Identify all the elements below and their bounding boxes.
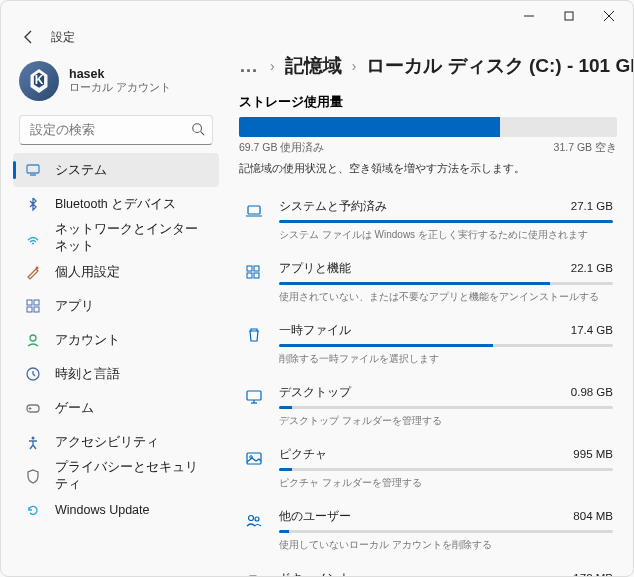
nav-item-network[interactable]: ネットワークとインターネット bbox=[13, 221, 219, 255]
category-bar bbox=[279, 530, 613, 533]
main-content: … › 記憶域 › ローカル ディスク (C:) - 101 GB ストレージ使… bbox=[225, 47, 633, 576]
monitor-icon bbox=[243, 386, 265, 408]
svg-rect-1 bbox=[565, 12, 573, 20]
category-row[interactable]: システムと予約済み27.1 GBシステム ファイルは Windows を正しく実… bbox=[239, 190, 617, 252]
nav-item-system[interactable]: システム bbox=[13, 153, 219, 187]
category-sub: 使用されていない、または不要なアプリと機能をアンインストールする bbox=[279, 290, 613, 304]
used-label: 69.7 GB 使用済み bbox=[239, 141, 324, 155]
category-row[interactable]: デスクトップ0.98 GBデスクトップ フォルダーを管理する bbox=[239, 376, 617, 438]
nav-item-apps[interactable]: アプリ bbox=[13, 289, 219, 323]
svg-point-33 bbox=[255, 517, 259, 521]
image-icon bbox=[243, 448, 265, 470]
user-block[interactable]: K hasek ローカル アカウント bbox=[13, 55, 219, 113]
svg-point-32 bbox=[249, 516, 254, 521]
category-size: 17.4 GB bbox=[571, 324, 613, 336]
avatar: K bbox=[19, 61, 59, 101]
nav-item-bluetooth[interactable]: Bluetooth とデバイス bbox=[13, 187, 219, 221]
search-icon bbox=[191, 122, 205, 140]
svg-rect-24 bbox=[254, 266, 259, 271]
minimize-button[interactable] bbox=[509, 1, 549, 31]
apps-icon bbox=[25, 298, 41, 314]
nav-list: システムBluetooth とデバイスネットワークとインターネット個人用設定アプ… bbox=[13, 153, 219, 527]
category-bar bbox=[279, 220, 613, 223]
category-row[interactable]: 他のユーザー804 MB使用していないローカル アカウントを削除する bbox=[239, 500, 617, 562]
search-input[interactable] bbox=[19, 115, 213, 145]
category-bar bbox=[279, 282, 613, 285]
category-title: システムと予約済み bbox=[279, 198, 387, 215]
personalization-icon bbox=[25, 264, 41, 280]
nav-item-update[interactable]: Windows Update bbox=[13, 493, 219, 527]
category-row[interactable]: ピクチャ995 MBピクチャ フォルダーを管理する bbox=[239, 438, 617, 500]
breadcrumb-storage[interactable]: 記憶域 bbox=[285, 53, 342, 79]
category-size: 804 MB bbox=[573, 510, 613, 522]
nav-item-label: Windows Update bbox=[55, 503, 150, 517]
category-size: 0.98 GB bbox=[571, 386, 613, 398]
category-sub: 使用していないローカル アカウントを削除する bbox=[279, 538, 613, 552]
breadcrumb-overflow[interactable]: … bbox=[239, 55, 260, 77]
category-sub: デスクトップ フォルダーを管理する bbox=[279, 414, 613, 428]
accessibility-icon bbox=[25, 434, 41, 450]
svg-point-10 bbox=[36, 267, 39, 270]
nav-item-label: アプリ bbox=[55, 298, 94, 315]
category-title: 他のユーザー bbox=[279, 508, 351, 525]
sidebar: K hasek ローカル アカウント システムBluetooth とデバイスネッ… bbox=[1, 47, 225, 576]
doc-icon bbox=[243, 572, 265, 576]
nav-item-label: ゲーム bbox=[55, 400, 94, 417]
svg-point-9 bbox=[32, 243, 34, 245]
category-row[interactable]: アプリと機能22.1 GB使用されていない、または不要なアプリと機能をアンインス… bbox=[239, 252, 617, 314]
category-size: 995 MB bbox=[573, 448, 613, 460]
nav-item-label: アカウント bbox=[55, 332, 120, 349]
category-row[interactable]: ドキュメント172 MBドキュメント フォルダーを管理する bbox=[239, 562, 617, 576]
category-title: ピクチャ bbox=[279, 446, 327, 463]
nav-item-accessibility[interactable]: アクセシビリティ bbox=[13, 425, 219, 459]
system-icon bbox=[25, 162, 41, 178]
nav-item-label: プライバシーとセキュリティ bbox=[55, 459, 209, 493]
svg-rect-7 bbox=[27, 165, 39, 173]
bluetooth-icon bbox=[25, 196, 41, 212]
breadcrumb-disk: ローカル ディスク (C:) - 101 GB bbox=[366, 53, 633, 79]
svg-point-20 bbox=[32, 437, 35, 440]
svg-rect-12 bbox=[34, 300, 39, 305]
category-title: デスクトップ bbox=[279, 384, 351, 401]
category-sub: 削除する一時ファイルを選択します bbox=[279, 352, 613, 366]
close-button[interactable] bbox=[589, 1, 629, 31]
svg-line-6 bbox=[201, 132, 205, 136]
svg-rect-11 bbox=[27, 300, 32, 305]
nav-item-privacy[interactable]: プライバシーとセキュリティ bbox=[13, 459, 219, 493]
nav-item-gaming[interactable]: ゲーム bbox=[13, 391, 219, 425]
category-title: 一時ファイル bbox=[279, 322, 351, 339]
grid-icon bbox=[243, 262, 265, 284]
nav-item-label: アクセシビリティ bbox=[55, 434, 159, 451]
free-label: 31.7 GB 空き bbox=[554, 141, 617, 155]
maximize-button[interactable] bbox=[549, 1, 589, 31]
svg-rect-25 bbox=[247, 273, 252, 278]
category-sub: ピクチャ フォルダーを管理する bbox=[279, 476, 613, 490]
storage-bar bbox=[239, 117, 617, 137]
laptop-icon bbox=[243, 200, 265, 222]
nav-item-label: システム bbox=[55, 162, 107, 179]
category-row[interactable]: 一時ファイル17.4 GB削除する一時ファイルを選択します bbox=[239, 314, 617, 376]
category-title: ドキュメント bbox=[279, 570, 351, 576]
svg-point-15 bbox=[30, 335, 36, 341]
category-size: 22.1 GB bbox=[571, 262, 613, 274]
category-title: アプリと機能 bbox=[279, 260, 351, 277]
svg-rect-26 bbox=[254, 273, 259, 278]
category-size: 27.1 GB bbox=[571, 200, 613, 212]
storage-description: 記憶域の使用状況と、空き領域を増やす方法を示します。 bbox=[239, 161, 617, 176]
nav-item-label: ネットワークとインターネット bbox=[55, 221, 209, 255]
nav-item-personalization[interactable]: 個人用設定 bbox=[13, 255, 219, 289]
app-title: 設定 bbox=[51, 29, 75, 46]
breadcrumb: … › 記憶域 › ローカル ディスク (C:) - 101 GB bbox=[239, 53, 617, 79]
category-bar bbox=[279, 344, 613, 347]
nav-item-time[interactable]: 時刻と言語 bbox=[13, 357, 219, 391]
category-bar bbox=[279, 468, 613, 471]
time-icon bbox=[25, 366, 41, 382]
chevron-right-icon: › bbox=[352, 58, 357, 74]
svg-rect-21 bbox=[248, 206, 260, 214]
nav-item-accounts[interactable]: アカウント bbox=[13, 323, 219, 357]
svg-rect-13 bbox=[27, 307, 32, 312]
category-list: システムと予約済み27.1 GBシステム ファイルは Windows を正しく実… bbox=[239, 190, 617, 576]
nav-item-label: 個人用設定 bbox=[55, 264, 120, 281]
svg-rect-14 bbox=[34, 307, 39, 312]
trash-icon bbox=[243, 324, 265, 346]
